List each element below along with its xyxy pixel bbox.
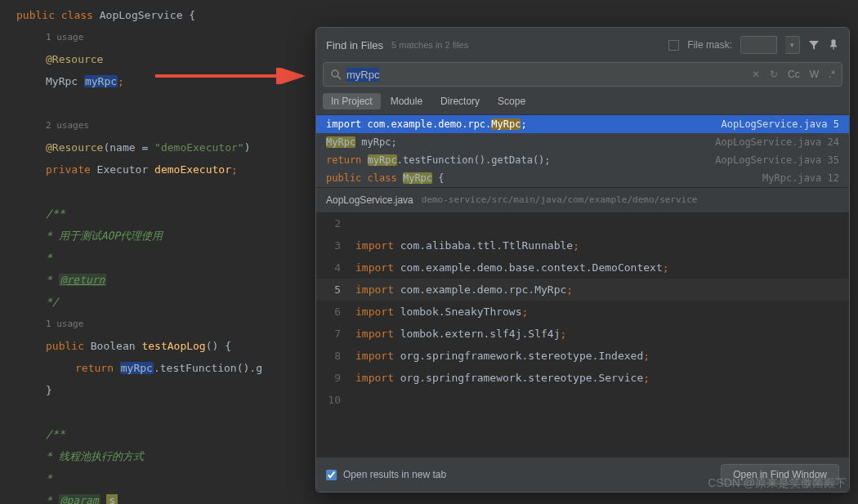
preview-line[interactable]: 5import com.example.demo.rpc.MyRpc; (316, 279, 849, 301)
preview-line[interactable]: 6import lombok.SneakyThrows; (316, 301, 849, 323)
svg-line-2 (337, 76, 341, 79)
search-field-row: myRpc ✕ ↻ Cc W .* (323, 62, 842, 87)
line-number: 8 (316, 345, 347, 367)
dialog-header: Find in Files 5 matches in 2 files File … (316, 28, 849, 62)
preview-line[interactable]: 2 (316, 212, 849, 234)
preview-line[interactable]: 9import org.springframework.stereotype.S… (316, 367, 849, 389)
dialog-footer: Open results in new tab Open in Find Win… (316, 457, 849, 492)
filemask-checkbox[interactable] (668, 40, 679, 51)
find-in-files-dialog: Find in Files 5 matches in 2 files File … (315, 27, 850, 493)
history-icon[interactable]: ↻ (770, 69, 778, 80)
filter-icon[interactable] (808, 39, 820, 51)
type: MyRpc (46, 75, 84, 87)
open-new-tab-label: Open results in new tab (343, 469, 446, 480)
scope-tabs: In Project Module Directory Scope (316, 93, 849, 114)
highlighted-var[interactable]: myRpc (84, 75, 118, 87)
match-highlight: myRpc (368, 154, 397, 166)
match-count: 5 matches in 2 files (391, 40, 468, 50)
match-highlight: MyRpc (403, 172, 432, 184)
tab-module[interactable]: Module (382, 93, 431, 109)
preview-line[interactable]: 10 (316, 389, 849, 411)
param-name: s (106, 494, 118, 504)
keyword: private (46, 163, 91, 176)
class-name: AopLogService (100, 9, 183, 21)
tab-scope[interactable]: Scope (489, 93, 534, 109)
preview-line[interactable]: 3import com.alibaba.ttl.TtlRunnable; (316, 234, 849, 256)
pin-icon[interactable] (828, 39, 839, 51)
dialog-title: Find in Files (326, 39, 383, 51)
annotation: @Resource (46, 141, 103, 154)
tab-in-project[interactable]: In Project (323, 93, 381, 109)
string: "demoExecutor" (154, 141, 244, 154)
clear-icon[interactable]: ✕ (752, 69, 760, 80)
filemask-input[interactable] (740, 36, 777, 54)
preview-header: AopLogService.java demo-service/src/main… (316, 187, 849, 212)
line-number: 9 (316, 367, 347, 389)
line-number: 3 (316, 234, 347, 256)
filemask-label: File mask: (687, 39, 732, 51)
tab-directory[interactable]: Directory (432, 93, 488, 109)
result-file: AopLogService.java 24 (715, 136, 839, 148)
line-number: 4 (316, 256, 347, 279)
search-icon (330, 69, 342, 80)
preview-line[interactable]: 8import org.springframework.stereotype.I… (316, 345, 849, 367)
keyword: class (61, 9, 93, 21)
result-row[interactable]: MyRpc myRpc; AopLogService.java 24 (316, 133, 849, 151)
preview-editor[interactable]: 2 3import com.alibaba.ttl.TtlRunnable;4i… (316, 212, 849, 457)
result-file: MyRpc.java 12 (762, 172, 839, 184)
doc-param-tag: @param (59, 494, 101, 504)
annotation: @Resource (46, 53, 103, 65)
method-name: testAopLog (141, 340, 205, 352)
line-number: 5 (316, 279, 347, 301)
preview-line[interactable]: 7import lombok.extern.slf4j.Slf4j; (316, 323, 849, 345)
doc-return-tag: @return (59, 274, 107, 286)
open-find-window-button[interactable]: Open in Find Window (721, 464, 839, 485)
match-highlight: MyRpc (491, 118, 521, 130)
case-toggle[interactable]: Cc (788, 69, 800, 80)
result-file: AopLogService.java 35 (715, 154, 839, 166)
preview-filename: AopLogService.java (326, 194, 413, 206)
line-number: 2 (316, 212, 347, 234)
preview-line[interactable]: 4import com.example.demo.base.context.De… (316, 256, 849, 279)
field: demoExecutor (154, 163, 231, 176)
result-file: AopLogService.java 5 (721, 118, 839, 130)
highlighted-var[interactable]: myRpc (120, 362, 154, 374)
match-highlight: MyRpc (326, 136, 355, 148)
open-new-tab-checkbox[interactable] (326, 470, 337, 480)
word-toggle[interactable]: W (810, 69, 819, 80)
line-number: 6 (316, 301, 347, 323)
line-number: 7 (316, 323, 347, 345)
filemask-dropdown[interactable]: ▾ (785, 36, 800, 54)
results-list: import com.example.demo.rpc.MyRpc; AopLo… (316, 114, 849, 187)
search-input[interactable]: myRpc (346, 69, 752, 81)
result-row[interactable]: import com.example.demo.rpc.MyRpc; AopLo… (316, 115, 849, 133)
line-number: 10 (316, 389, 347, 411)
doc-comment: /** (46, 207, 65, 220)
result-row[interactable]: return myRpc.testFunction().getData(); A… (316, 151, 849, 169)
keyword: public (16, 9, 55, 21)
preview-path: demo-service/src/main/java/com/example/d… (422, 194, 698, 206)
regex-toggle[interactable]: .* (829, 69, 835, 80)
svg-point-1 (332, 70, 338, 77)
result-row[interactable]: public class MyRpc { MyRpc.java 12 (316, 169, 849, 187)
